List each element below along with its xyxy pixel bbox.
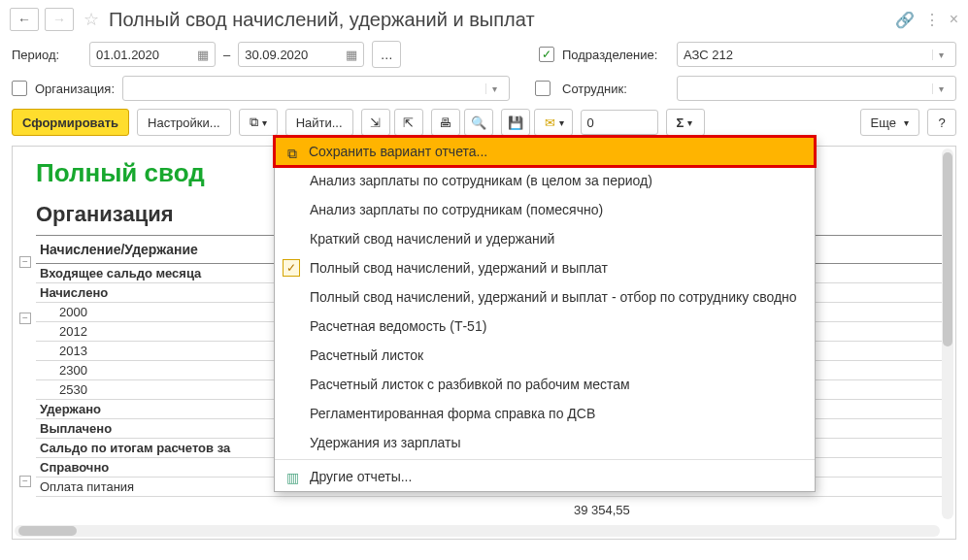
dept-input[interactable]: АЗС 212 ▾ (677, 42, 956, 67)
more-icon[interactable]: ⋮ (924, 11, 940, 29)
chevron-down-icon[interactable]: ▾ (485, 83, 503, 94)
menu-item[interactable]: Анализ зарплаты по сотрудникам (в целом … (275, 166, 815, 195)
menu-save-variant[interactable]: ⧉ Сохранить вариант отчета... (273, 135, 817, 168)
expand-button[interactable]: ⇲ (361, 109, 390, 136)
emp-checkbox[interactable] (535, 81, 551, 96)
filter-row-2: Организация: ▾ Сотрудник: ▾ (0, 72, 968, 105)
org-input[interactable]: ▾ (122, 76, 510, 101)
dept-label: Подразделение: (562, 48, 669, 62)
variant-dropdown-menu: ⧉ Сохранить вариант отчета... Анализ зар… (274, 136, 816, 492)
tree-gutter: − − − (17, 253, 34, 490)
menu-other-reports[interactable]: ▥ Другие отчеты... (275, 462, 815, 491)
preview-button[interactable]: 🔍 (464, 109, 493, 136)
filter-row-1: Период: 01.01.2020 ▦ – 30.09.2020 ▦ … ✓ … (0, 37, 968, 72)
menu-item[interactable]: Регламентированная форма справка по ДСВ (275, 399, 815, 428)
settings-button[interactable]: Настройки... (137, 109, 231, 136)
period-to-input[interactable]: 30.09.2020 ▦ (238, 42, 364, 67)
period-from-input[interactable]: 01.01.2020 ▦ (89, 42, 216, 67)
copy-icon: ⧉ (250, 115, 258, 130)
scrollbar-vertical[interactable] (942, 148, 953, 519)
more-button[interactable]: Еще▾ (860, 109, 919, 136)
nav-back-button[interactable]: ← (10, 8, 39, 31)
print-button[interactable]: 🖶 (431, 109, 460, 136)
sigma-button[interactable]: Σ▾ (666, 109, 705, 136)
variant-dropdown-button[interactable]: ⧉▾ (239, 109, 278, 136)
menu-item[interactable]: Анализ зарплаты по сотрудникам (помесячн… (275, 195, 815, 224)
menu-item[interactable]: Расчетный листок с разбивкой по рабочим … (275, 370, 815, 399)
menu-item[interactable]: Расчетная ведомость (Т-51) (275, 312, 815, 341)
emp-input[interactable]: ▾ (677, 76, 956, 101)
calendar-icon[interactable]: ▦ (197, 48, 209, 62)
close-icon[interactable]: × (950, 11, 958, 28)
mail-icon: ✉ (545, 115, 555, 130)
tree-toggle[interactable]: − (19, 256, 31, 268)
reports-icon: ▥ (286, 470, 302, 485)
org-checkbox[interactable] (12, 81, 27, 96)
scrollbar-horizontal[interactable] (15, 525, 940, 537)
favorite-star-icon[interactable]: ☆ (83, 9, 99, 30)
period-picker-button[interactable]: … (372, 41, 401, 68)
period-separator: – (223, 48, 230, 62)
chevron-down-icon[interactable]: ▾ (932, 49, 950, 60)
save-variant-icon: ⧉ (287, 146, 303, 161)
menu-item[interactable]: Полный свод начислений, удержаний и выпл… (275, 282, 815, 312)
menu-item[interactable]: Краткий свод начислений и удержаний (275, 224, 815, 253)
find-button[interactable]: Найти... (285, 109, 353, 136)
save-file-button[interactable]: 💾 (501, 109, 530, 136)
sum-input[interactable]: 0 (581, 110, 658, 135)
org-label: Организация: (35, 82, 115, 96)
help-button[interactable]: ? (927, 109, 956, 136)
calendar-icon[interactable]: ▦ (346, 48, 357, 62)
menu-item[interactable]: Расчетный листок (275, 341, 815, 370)
menu-item[interactable]: Удержания из зарплаты (275, 428, 815, 457)
chevron-down-icon[interactable]: ▾ (932, 83, 950, 94)
menu-item[interactable]: Полный свод начислений, удержаний и выпл… (275, 253, 815, 282)
dept-checkbox[interactable]: ✓ (539, 47, 554, 62)
nav-forward-button[interactable]: → (45, 8, 74, 31)
send-button[interactable]: ✉▾ (534, 109, 573, 136)
emp-label: Сотрудник: (562, 82, 669, 96)
collapse-button[interactable]: ⇱ (394, 109, 423, 136)
form-button[interactable]: Сформировать (12, 109, 129, 136)
footer-value: 39 354,55 (574, 503, 630, 517)
window-title: Полный свод начислений, удержаний и выпл… (109, 9, 889, 31)
link-icon[interactable]: 🔗 (895, 11, 915, 29)
tree-toggle[interactable]: − (19, 476, 31, 487)
period-label: Период: (12, 48, 82, 62)
tree-toggle[interactable]: − (19, 313, 31, 324)
titlebar: ← → ☆ Полный свод начислений, удержаний … (0, 0, 968, 37)
